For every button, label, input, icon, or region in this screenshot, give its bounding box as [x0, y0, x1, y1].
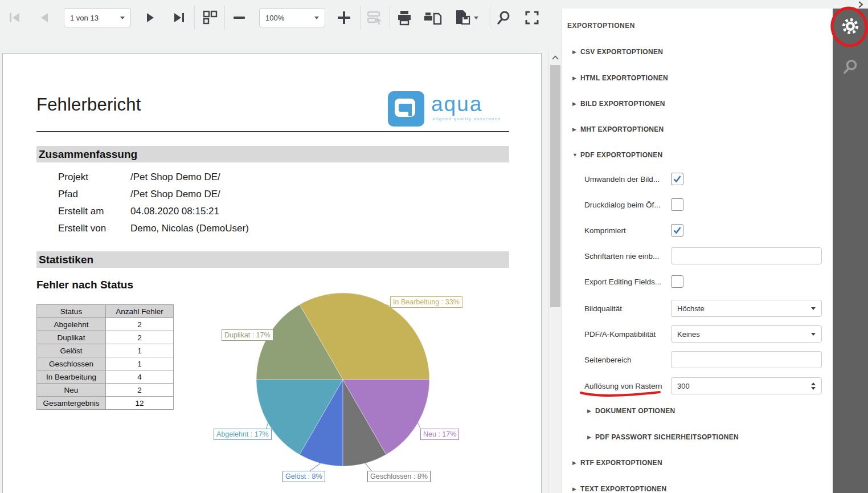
option-row: Export Editing Fields... — [562, 273, 833, 290]
next-page-button[interactable] — [140, 7, 161, 28]
toolbar-separator — [224, 6, 225, 30]
zoom-out-button[interactable] — [229, 7, 249, 28]
section-pdf-exportoptions[interactable]: ▼PDF EXPORTOPTIONEN — [572, 150, 663, 160]
check-icon — [672, 174, 682, 184]
count-cell: 12 — [106, 397, 174, 410]
option-label: PDF/A-Kompatibilität — [584, 330, 656, 339]
count-cell: 4 — [106, 370, 174, 384]
table-row: Duplikat2 — [37, 331, 174, 344]
previous-page-button[interactable] — [34, 7, 55, 28]
preview-vertical-scrollbar[interactable] — [548, 51, 562, 493]
checkbox-komprimiert[interactable] — [671, 224, 683, 237]
section-bild-exportoptions[interactable]: ▶BILD EXPORTOPTIONEN — [572, 99, 665, 109]
document-page: Fehlerbericht aqua aligned quality assur… — [2, 53, 542, 493]
field-label: Erstellt von — [58, 223, 106, 234]
aqua-logo-tagline: aligned quality assurance — [432, 116, 501, 121]
report-title: Fehlerbericht — [36, 95, 141, 115]
editing-fields-icon — [366, 9, 383, 26]
pie-label-duplikat: Duplikat : 17% — [222, 329, 273, 341]
checkbox-druckdialog[interactable] — [671, 198, 683, 211]
fullscreen-button[interactable] — [522, 7, 542, 28]
zoom-level-combobox[interactable]: 100% — [259, 8, 325, 27]
search-icon — [842, 58, 859, 75]
schriftarten-input[interactable] — [671, 247, 822, 264]
bildqualitaet-select[interactable]: Höchste — [671, 300, 822, 317]
first-page-button[interactable] — [5, 7, 25, 28]
export-save-icon — [454, 9, 472, 26]
scrollbar-thumb[interactable] — [550, 65, 560, 307]
chevron-down-icon — [474, 17, 478, 19]
first-page-icon — [7, 10, 22, 25]
print-button[interactable] — [394, 7, 415, 28]
section-text-exportoptions[interactable]: ▶TEXT EXPORTOPTIONEN — [572, 484, 667, 493]
export-settings-tab[interactable] — [833, 10, 868, 42]
chevron-down-icon — [811, 333, 816, 336]
spinner-value: 300 — [677, 382, 690, 390]
pie-label-gelöst: Gelöst : 8% — [282, 471, 325, 482]
chevron-right-icon: ▶ — [572, 460, 580, 466]
field-value: /Pet Shop Demo DE/ — [130, 189, 220, 200]
chevron-down-icon: ▼ — [572, 152, 580, 158]
spinner-up-icon[interactable] — [811, 382, 816, 385]
field-label: Pfad — [58, 189, 78, 200]
section-pdf-passwort-sicherheitsoptionen[interactable]: ▶PDF PASSWORT SICHERHEITSOPTIONEN — [587, 432, 739, 442]
option-row: Bildqualität Höchste — [562, 300, 833, 317]
count-cell: 2 — [106, 318, 174, 331]
option-label: Bildqualität — [584, 304, 622, 313]
toolbar: 1 von 13 100% — [0, 0, 562, 35]
section-dokument-optionen[interactable]: ▶DOKUMENT OPTIONEN — [587, 406, 675, 416]
spinner-buttons[interactable] — [811, 382, 816, 390]
right-rail — [833, 9, 868, 493]
checkbox-umwandeln[interactable] — [671, 173, 683, 185]
section-csv-exportoptions[interactable]: ▶CSV EXPORTOPTIONEN — [572, 47, 663, 57]
page-number-combobox[interactable]: 1 von 13 — [64, 8, 131, 27]
print-page-button[interactable] — [423, 7, 443, 28]
chevron-right-icon: ▶ — [572, 101, 580, 107]
search-tab[interactable] — [833, 51, 868, 83]
pie-svg — [211, 288, 462, 489]
toolbar-separator — [390, 6, 390, 30]
section-mht-exportoptions[interactable]: ▶MHT EXPORTOPTIONEN — [572, 124, 664, 135]
scroll-up-button[interactable] — [549, 51, 562, 64]
highlight-editing-fields-button[interactable] — [365, 7, 385, 28]
minus-icon — [231, 10, 247, 26]
aufloesung-spinner[interactable]: 300 — [671, 377, 822, 394]
option-row: Komprimiert — [562, 222, 833, 239]
pdfa-kompatibilitaet-select[interactable]: Keines — [671, 325, 822, 343]
panel-collapse-chevron[interactable] — [856, 1, 865, 9]
section-html-exportoptions[interactable]: ▶HTML EXPORTOPTIONEN — [572, 73, 668, 83]
zoom-in-button[interactable] — [334, 7, 354, 28]
option-row: PDF/A-Kompatibilität Keines — [562, 325, 833, 343]
gear-icon — [841, 17, 859, 35]
count-cell: 1 — [106, 357, 174, 370]
field-label: Erstellt am — [58, 206, 104, 217]
chevron-right-icon: ▶ — [572, 486, 580, 492]
pie-label-abgelehnt: Abgelehnt : 17% — [214, 429, 272, 440]
seitenbereich-input[interactable] — [671, 351, 822, 368]
last-page-button[interactable] — [169, 7, 189, 28]
option-label: Schriftarten nie einb... — [584, 252, 659, 260]
previous-page-icon — [37, 10, 52, 25]
chart-heading: Fehler nach Status — [36, 279, 133, 291]
pie-label-in-bearbeitung: In Bearbeitung : 33% — [390, 296, 462, 308]
next-page-icon — [143, 10, 158, 25]
spinner-down-icon[interactable] — [811, 387, 816, 390]
select-value: Keines — [677, 330, 700, 339]
export-options-panel: EXPORTOPTIONEN ▶CSV EXPORTOPTIONEN ▶HTML… — [562, 9, 833, 493]
section-heading: Statistiken — [36, 254, 93, 266]
aqua-logo: aqua aligned quality assurance — [388, 91, 502, 128]
pie-callout-line — [365, 463, 372, 471]
field-value: 04.08.2020 08:15:21 — [130, 206, 219, 217]
count-cell: 2 — [106, 331, 174, 344]
export-document-button[interactable] — [451, 7, 481, 28]
status-cell: Gelöst — [37, 344, 106, 357]
search-button[interactable] — [493, 7, 514, 28]
field-value: Demo, Nicolas (DemoUser) — [130, 223, 249, 234]
section-bar-statistics: Statistiken — [36, 251, 509, 268]
checkbox-export-editing-fields[interactable] — [671, 275, 683, 288]
section-rtf-exportoptions[interactable]: ▶RTF EXPORTOPTIONEN — [572, 458, 662, 468]
chevron-down-icon — [811, 307, 816, 310]
option-label: Seitenbereich — [584, 356, 632, 364]
select-value: Höchste — [677, 304, 705, 313]
multipage-view-button[interactable] — [199, 7, 220, 28]
